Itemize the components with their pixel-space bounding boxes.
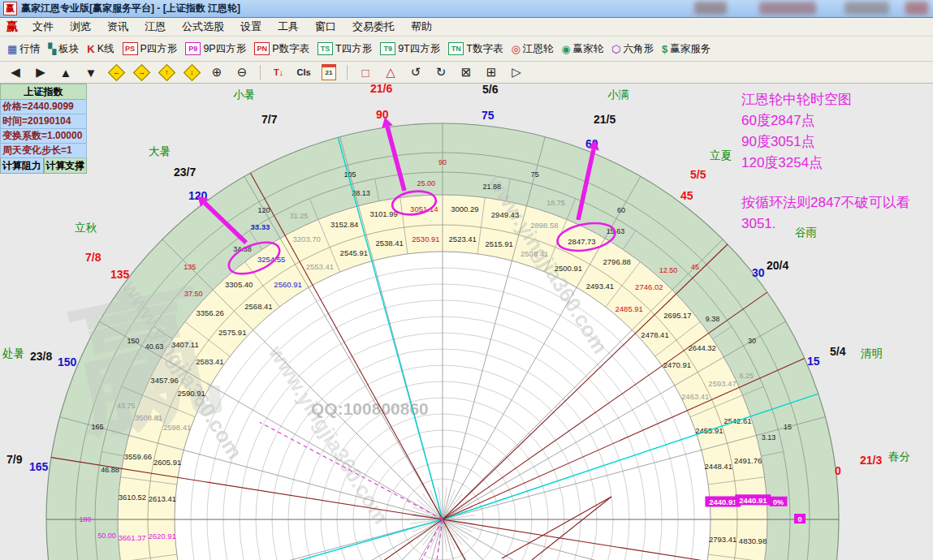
wheel-edge-label: 21/5	[594, 113, 616, 126]
svg-text:105: 105	[344, 170, 356, 179]
calc-support-button[interactable]: 计算支撑	[44, 158, 88, 174]
toolbar-label: K线	[97, 42, 114, 56]
svg-text:2746.02: 2746.02	[635, 282, 663, 291]
svg-text:15: 15	[784, 423, 792, 431]
menu-item-9[interactable]: 帮助	[403, 18, 440, 36]
annotation-block-1: 江恩轮中轮时空图 60度2847点 90度3051点 120度3254点	[741, 89, 852, 174]
svg-text:3661.37: 3661.37	[119, 533, 146, 542]
menu-logo-icon: 赢	[3, 19, 24, 34]
svg-text:3305.40: 3305.40	[225, 280, 253, 289]
wheel-edge-label: 7/9	[6, 453, 23, 466]
pan-down-icon[interactable]: ↓	[183, 64, 201, 80]
toolbar-button-9T四方形[interactable]: T99T四方形	[378, 41, 443, 58]
nav-forward-icon[interactable]: ▶	[32, 64, 50, 80]
triangle-tool-icon[interactable]: △	[382, 64, 400, 80]
toolbar-button-板块[interactable]: ▚板块	[45, 41, 81, 58]
svg-text:43.75: 43.75	[117, 402, 136, 410]
menu-item-8[interactable]: 交易委托	[344, 18, 403, 36]
svg-text:150: 150	[127, 337, 139, 345]
svg-text:2568.41: 2568.41	[244, 302, 272, 311]
instrument-name: 上证指数	[0, 84, 87, 100]
zoom-in-icon[interactable]: ⊕	[208, 64, 226, 80]
svg-text:4830.98: 4830.98	[739, 536, 767, 545]
svg-text:2491.76: 2491.76	[734, 456, 762, 465]
rotate-cw-icon[interactable]: ↻	[432, 64, 450, 80]
menu-item-5[interactable]: 设置	[232, 18, 270, 36]
wheel-edge-label: 21/6	[370, 84, 392, 95]
toolbar-button-9P四方形[interactable]: P99P四方形	[183, 41, 248, 58]
window-title: 赢家江恩专业版[赢家服务平台] - [上证指数 江恩轮]	[21, 2, 240, 15]
wheel-edge-label: 21/3	[860, 454, 882, 467]
svg-text:30: 30	[748, 337, 756, 345]
svg-text:3559.66: 3559.66	[124, 452, 152, 461]
svg-text:2470.91: 2470.91	[663, 360, 691, 369]
gann-wheel-app: { "window": { "title": "赢家江恩专业版[赢家服务平台] …	[0, 0, 933, 560]
toolbar-button-T数字表[interactable]: TNT数字表	[446, 41, 505, 58]
toolbar-label: 行情	[19, 42, 40, 56]
menu-item-6[interactable]: 工具	[270, 18, 307, 36]
rotate-ccw-icon[interactable]: ↺	[407, 64, 425, 80]
title-bar: 赢 赢家江恩专业版[赢家服务平台] - [上证指数 江恩轮]	[0, 0, 933, 18]
time-row: 时间=20190104	[0, 114, 87, 129]
pointer-icon[interactable]: ▷	[508, 64, 525, 80]
instrument-panel: 上证指数 价格=2440.9099 时间=20190104 变换系数=1.000…	[0, 84, 87, 174]
menu-item-0[interactable]: 文件	[24, 18, 62, 36]
toolbar-button-行情[interactable]: ▦行情	[5, 41, 42, 58]
annotation-90deg: 90度3051点	[741, 131, 852, 153]
toolbar-button-赢家轮[interactable]: ◉赢家轮	[559, 41, 606, 58]
winner-wheel-icon: ◉	[561, 43, 570, 55]
toolbar-button-P四方形[interactable]: PSP四方形	[120, 41, 180, 58]
toolbar-button-T四方形[interactable]: TST四方形	[315, 41, 374, 58]
toolbar-label: 9T四方形	[398, 42, 440, 56]
svg-text:9.38: 9.38	[706, 315, 720, 323]
svg-text:2575.91: 2575.91	[218, 328, 246, 337]
wheel-edge-label: 立秋	[75, 222, 97, 234]
updown-icon[interactable]: T↓	[270, 64, 287, 80]
toolbar-button-江恩轮[interactable]: ◎江恩轮	[508, 41, 555, 58]
toolbar-separator	[347, 65, 348, 80]
svg-text:3407.11: 3407.11	[171, 340, 199, 349]
current-price-marker: 2440.91	[739, 496, 767, 505]
center-icon[interactable]: ⊞	[482, 64, 500, 80]
pan-left-icon[interactable]: ←	[107, 64, 125, 80]
menu-item-4[interactable]: 公式选股	[174, 18, 232, 36]
chart-toolbar: ◀▶▲▼←→↑↓⊕⊖T↓Cls21□△↺↻⊠⊞▷	[0, 62, 933, 84]
annotation-target: 3051.	[741, 213, 910, 235]
pan-right-icon[interactable]: →	[132, 64, 150, 80]
toolbar-label: T数字表	[466, 42, 503, 56]
main-toolbar: ▦行情▚板块 KK线PSP四方形P99P四方形PNP数字表TST四方形T99T四…	[0, 37, 933, 62]
kline-icon: K	[87, 43, 94, 55]
step-row: 周天变化步长=1	[0, 144, 87, 158]
nav-back-icon[interactable]: ◀	[6, 64, 24, 80]
svg-text:2523.41: 2523.41	[449, 235, 477, 243]
pan-up-icon[interactable]: ↑	[158, 64, 175, 80]
xbox-icon[interactable]: ⊠	[457, 64, 475, 80]
svg-text:31.25: 31.25	[290, 212, 309, 220]
wheel-edge-label: 150	[58, 355, 77, 368]
cls-button[interactable]: Cls	[295, 64, 313, 80]
blurred-item	[844, 2, 889, 15]
svg-text:21.88: 21.88	[483, 183, 502, 191]
menu-item-7[interactable]: 窗口	[307, 18, 344, 36]
menu-item-3[interactable]: 江恩	[136, 18, 174, 36]
menu-item-2[interactable]: 资讯	[99, 18, 136, 36]
tri-down-icon[interactable]: ▼	[82, 64, 100, 80]
annotation-60deg: 60度2847点	[741, 110, 852, 131]
svg-text:2898.58: 2898.58	[530, 221, 558, 230]
menu-item-1[interactable]: 浏览	[62, 18, 99, 36]
wheel-edge-label: 30	[752, 266, 765, 279]
toolbar-button-P数字表[interactable]: PNP数字表	[252, 41, 312, 58]
wheel-edge-label: 小暑	[233, 88, 255, 101]
rect-tool-icon[interactable]: □	[356, 64, 374, 80]
calendar-icon[interactable]: 21	[320, 64, 338, 80]
calc-resistance-button[interactable]: 计算阻力	[0, 158, 44, 174]
zoom-out-icon[interactable]: ⊖	[233, 64, 251, 80]
tri-up-icon[interactable]: ▲	[57, 64, 75, 80]
toolbar-button-赢家服务[interactable]: $赢家服务	[659, 41, 713, 58]
toolbar-button-K线[interactable]: KK线	[84, 41, 116, 58]
annotation-rule: 按循环法则2847不破可以看	[741, 192, 910, 213]
toolbar-label: 六角形	[623, 42, 654, 56]
toolbar-button-六角形[interactable]: ⬡六角形	[609, 41, 656, 58]
svg-text:3508.81: 3508.81	[135, 413, 162, 422]
svg-text:2613.41: 2613.41	[149, 494, 176, 503]
